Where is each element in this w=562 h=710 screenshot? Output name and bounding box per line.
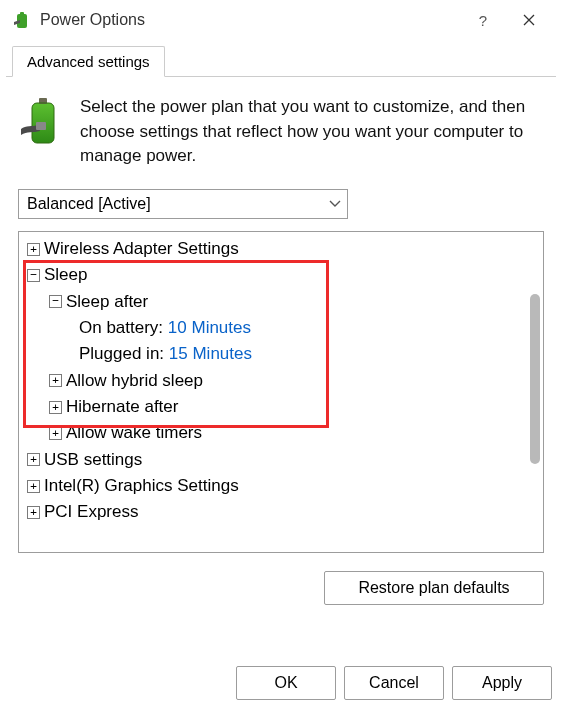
- svg-rect-1: [20, 12, 24, 15]
- expand-icon[interactable]: [27, 243, 40, 256]
- chevron-down-icon: [329, 197, 341, 211]
- tree-item-on-battery[interactable]: On battery: 10 Minutes: [21, 315, 541, 341]
- tree-item-sleep[interactable]: Sleep: [21, 262, 541, 288]
- restore-row: Restore plan defaults: [18, 571, 544, 605]
- tree-label: Plugged in:: [79, 341, 164, 367]
- cancel-button[interactable]: Cancel: [344, 666, 444, 700]
- tree-label: USB settings: [44, 447, 142, 473]
- tree-item-hybrid-sleep[interactable]: Allow hybrid sleep: [21, 368, 541, 394]
- tree-item-hibernate-after[interactable]: Hibernate after: [21, 394, 541, 420]
- plan-selected: Balanced [Active]: [27, 195, 151, 213]
- tab-advanced-settings[interactable]: Advanced settings: [12, 46, 165, 77]
- expand-icon[interactable]: [49, 427, 62, 440]
- tree-value: 15 Minutes: [169, 341, 252, 367]
- tree-item-plugged-in[interactable]: Plugged in: 15 Minutes: [21, 341, 541, 367]
- titlebar: Power Options ?: [0, 0, 562, 46]
- expand-icon[interactable]: [27, 480, 40, 493]
- tree-label: Allow hybrid sleep: [66, 368, 203, 394]
- expand-icon[interactable]: [27, 506, 40, 519]
- intro-text: Select the power plan that you want to c…: [80, 95, 544, 169]
- restore-defaults-button[interactable]: Restore plan defaults: [324, 571, 544, 605]
- expand-icon[interactable]: [49, 374, 62, 387]
- battery-icon-small: [10, 8, 34, 32]
- plan-selector[interactable]: Balanced [Active]: [18, 189, 348, 219]
- expand-icon[interactable]: [27, 453, 40, 466]
- help-button[interactable]: ?: [460, 6, 506, 34]
- dialog-footer: OK Cancel Apply: [236, 666, 552, 700]
- tree-item-wake-timers[interactable]: Allow wake timers: [21, 420, 541, 446]
- tree-label: Allow wake timers: [66, 420, 202, 446]
- battery-icon: [18, 95, 64, 169]
- scrollbar[interactable]: [530, 294, 540, 464]
- collapse-icon[interactable]: [27, 269, 40, 282]
- ok-button[interactable]: OK: [236, 666, 336, 700]
- tree-label: Sleep after: [66, 289, 148, 315]
- tree-item-graphics[interactable]: Intel(R) Graphics Settings: [21, 473, 541, 499]
- tree-label: Intel(R) Graphics Settings: [44, 473, 239, 499]
- intro: Select the power plan that you want to c…: [18, 95, 544, 169]
- panel: Select the power plan that you want to c…: [0, 77, 562, 615]
- apply-button[interactable]: Apply: [452, 666, 552, 700]
- tree-item-wireless[interactable]: Wireless Adapter Settings: [21, 236, 541, 262]
- window-title: Power Options: [40, 11, 460, 29]
- settings-tree: Wireless Adapter Settings Sleep Sleep af…: [18, 231, 544, 553]
- tree-label: On battery:: [79, 315, 163, 341]
- tree-label: PCI Express: [44, 499, 138, 525]
- tree-label: Sleep: [44, 262, 87, 288]
- tree-label: Hibernate after: [66, 394, 178, 420]
- expand-icon[interactable]: [49, 401, 62, 414]
- tree-value: 10 Minutes: [168, 315, 251, 341]
- svg-rect-5: [36, 122, 46, 130]
- close-button[interactable]: [506, 6, 552, 34]
- tree-item-sleep-after[interactable]: Sleep after: [21, 289, 541, 315]
- tab-strip: Advanced settings: [6, 46, 556, 77]
- collapse-icon[interactable]: [49, 295, 62, 308]
- tree-item-usb[interactable]: USB settings: [21, 447, 541, 473]
- tree-label: Wireless Adapter Settings: [44, 236, 239, 262]
- tree-item-pci[interactable]: PCI Express: [21, 499, 541, 525]
